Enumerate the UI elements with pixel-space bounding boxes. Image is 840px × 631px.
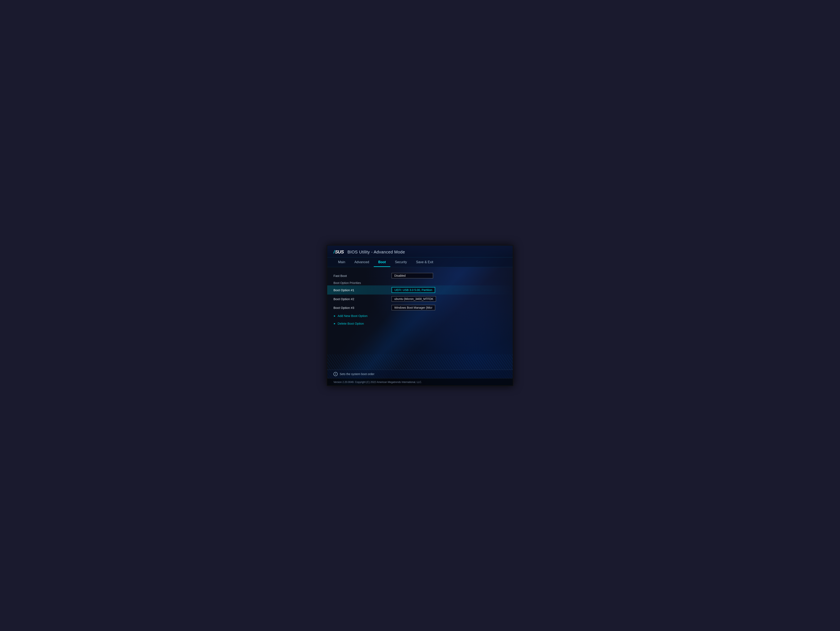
- boot-priority-section: Boot Option Priorities: [333, 280, 507, 285]
- app-title: BIOS Utility - Advanced Mode: [347, 250, 405, 255]
- version-text: Version 2.20.0049. Copyright (C) 2022 Am…: [333, 381, 422, 384]
- delete-boot-option[interactable]: ► Delete Boot Option: [333, 319, 507, 327]
- asus-logo: /SUS: [333, 249, 344, 255]
- boot-option-3-label: Boot Option #3: [333, 306, 392, 310]
- tab-boot[interactable]: Boot: [374, 258, 390, 267]
- tab-main[interactable]: Main: [333, 258, 350, 267]
- add-new-boot-option[interactable]: ► Add New Boot Option: [333, 312, 507, 319]
- delete-boot-label: Delete Boot Option: [338, 322, 364, 325]
- info-icon: i: [333, 372, 338, 376]
- delete-boot-arrow-icon: ►: [333, 322, 336, 325]
- footer: Version 2.20.0049. Copyright (C) 2022 Am…: [327, 378, 513, 386]
- boot-option-1-row[interactable]: Boot Option #1 UEFI: USB 3.0 5.00, Parti…: [327, 285, 513, 294]
- fast-boot-label: Fast Boot: [333, 274, 392, 278]
- fast-boot-row: Fast Boot Disabled: [333, 271, 507, 280]
- tab-advanced[interactable]: Advanced: [350, 258, 374, 267]
- boot-option-2-value[interactable]: ubuntu (Micron_3400_MTFDK: [392, 296, 436, 302]
- main-content: Fast Boot Disabled Boot Option Prioritie…: [327, 267, 513, 370]
- boot-option-3-value[interactable]: Windows Boot Manager (Micr: [392, 305, 435, 310]
- boot-option-1-value[interactable]: UEFI: USB 3.0 5.00, Partition: [392, 287, 435, 293]
- info-text: Sets the system boot order: [340, 372, 374, 376]
- asus-logo-text: /SUS: [333, 249, 344, 255]
- boot-option-3-row[interactable]: Boot Option #3 Windows Boot Manager (Mic…: [333, 303, 507, 312]
- boot-option-1-label: Boot Option #1: [333, 288, 392, 292]
- tab-save-exit[interactable]: Save & Exit: [412, 258, 438, 267]
- fast-boot-value[interactable]: Disabled: [392, 273, 433, 278]
- boot-option-2-label: Boot Option #2: [333, 297, 392, 301]
- add-boot-label: Add New Boot Option: [338, 314, 368, 318]
- header: /SUS BIOS Utility - Advanced Mode: [327, 245, 513, 258]
- boot-option-2-row[interactable]: Boot Option #2 ubuntu (Micron_3400_MTFDK: [333, 294, 507, 303]
- nav-tabs: Main Advanced Boot Security Save & Exit: [327, 258, 513, 267]
- info-bar: i Sets the system boot order: [327, 370, 513, 378]
- add-boot-arrow-icon: ►: [333, 315, 336, 317]
- tab-security[interactable]: Security: [390, 258, 412, 267]
